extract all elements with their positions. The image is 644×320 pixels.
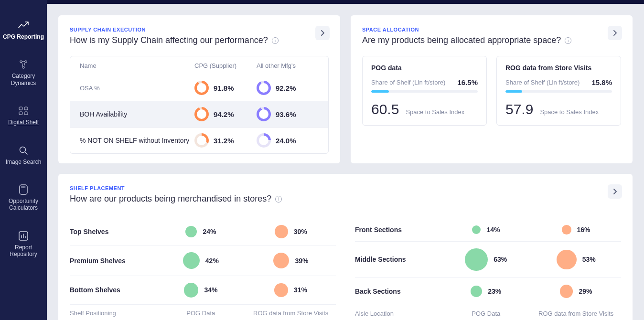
nav-cpg-reporting[interactable]: CPG Reporting xyxy=(0,13,47,46)
table-row[interactable]: OSA % 91.8% 92.2% xyxy=(70,75,328,101)
progress-bar xyxy=(505,90,612,93)
title-text: How are our products being merchandised … xyxy=(70,194,271,204)
bubble-icon xyxy=(560,285,573,298)
other-value: 92.2% xyxy=(257,81,319,95)
pog-bubble-cell: 23% xyxy=(441,286,531,297)
bubble-icon xyxy=(465,248,488,271)
chevron-right-icon xyxy=(321,30,324,36)
report-icon xyxy=(19,230,28,242)
device-icon xyxy=(19,183,28,196)
rog-bubble-cell: 29% xyxy=(531,285,622,298)
progress-fill xyxy=(505,90,522,93)
title-text: How is my Supply Chain affecting our per… xyxy=(70,35,268,45)
row-name: BOH Availability xyxy=(80,110,194,118)
nav-report-repository[interactable]: Report Repository xyxy=(0,224,47,264)
shelf-row-name: Front Sections xyxy=(355,226,441,234)
share-of-shelf-row: Share of Shelf (Lin ft/store) 15.8% xyxy=(505,78,612,86)
table-row[interactable]: % NOT ON SHELF without Inventory 31.2% 2… xyxy=(70,127,328,153)
pog-bubble-cell: 34% xyxy=(156,283,246,297)
info-icon[interactable]: i xyxy=(565,37,571,44)
card-space-allocation: SPACE ALLOCATION Are my products being a… xyxy=(351,15,633,163)
ring-chart-icon xyxy=(194,81,209,95)
bubble-icon xyxy=(185,226,197,237)
chevron-right-icon xyxy=(613,30,617,36)
title-text: Are my products being allocated appropri… xyxy=(362,35,561,45)
shelf-row-name: Middle Sections xyxy=(355,256,441,263)
pog-bubble-cell: 14% xyxy=(441,225,531,234)
bubble-icon xyxy=(471,286,482,297)
bubble-icon xyxy=(183,252,200,269)
ring-chart-icon xyxy=(194,107,209,121)
cpg-value: 31.2% xyxy=(194,133,257,148)
nav-category-dynamics[interactable]: Category Dynamics xyxy=(0,53,47,92)
chevron-right-icon xyxy=(613,189,617,194)
cpg-value: 94.2% xyxy=(194,107,257,121)
row-name: % NOT ON SHELF without Inventory xyxy=(80,137,194,144)
expand-button[interactable] xyxy=(608,26,622,40)
shelf-row-name: Top Shelves xyxy=(70,228,156,235)
space-to-sales-index: 60.5 Space to Sales Index xyxy=(371,101,478,117)
pog-card: POG data Share of Shelf (Lin ft/store) 1… xyxy=(362,56,487,126)
content: SUPPLY CHAIN EXECUTION How is my Supply … xyxy=(47,4,644,320)
trend-icon xyxy=(18,19,29,32)
rog-bubble-cell: 39% xyxy=(246,253,336,268)
pog-bubble-cell: 42% xyxy=(156,252,246,269)
bubble-icon xyxy=(275,225,288,238)
ring-chart-icon xyxy=(257,107,271,121)
rog-bubble-cell: 16% xyxy=(531,225,622,235)
grid-icon xyxy=(19,105,28,117)
shelf-row: Middle Sections 63% 53% xyxy=(355,242,621,278)
ring-chart-icon xyxy=(257,81,271,95)
svg-rect-9 xyxy=(21,186,25,188)
shelf-row: Bottom Shelves 34% 31% xyxy=(70,276,336,304)
progress-bar xyxy=(371,90,478,93)
card-supply-chain: SUPPLY CHAIN EXECUTION How is my Supply … xyxy=(58,15,340,163)
overline: SPACE ALLOCATION xyxy=(362,27,621,32)
pog-card-title: ROG data from Store Visits xyxy=(505,64,612,72)
shelf-row: Front Sections 14% 16% xyxy=(355,218,621,242)
card-shelf-placement: SHELF PLACEMENT How are our products bei… xyxy=(58,174,633,320)
pog-bubble-cell: 63% xyxy=(441,248,531,271)
search-icon xyxy=(19,144,28,157)
bubble-icon xyxy=(557,250,577,270)
sidebar: CPG Reporting Category Dynamics Digital … xyxy=(0,0,47,320)
table-row[interactable]: BOH Availability 94.2% 93.6% xyxy=(70,101,328,127)
svg-rect-5 xyxy=(19,112,22,115)
rog-bubble-cell: 30% xyxy=(246,225,336,238)
info-icon[interactable]: i xyxy=(272,37,279,44)
pog-bubble-cell: 24% xyxy=(156,226,246,237)
top-bar xyxy=(47,0,644,4)
pog-card-title: POG data xyxy=(371,64,478,72)
nodes-icon xyxy=(18,58,29,71)
other-value: 93.6% xyxy=(257,107,319,121)
rog-bubble-cell: 31% xyxy=(246,283,336,297)
svg-rect-3 xyxy=(19,107,22,110)
svg-rect-6 xyxy=(24,112,28,115)
card-title: Are my products being allocated appropri… xyxy=(362,35,621,45)
shelf-row-name: Bottom Shelves xyxy=(70,286,156,294)
shelf-row: Top Shelves 24% 30% xyxy=(70,218,336,245)
expand-button[interactable] xyxy=(608,184,622,199)
other-value: 24.0% xyxy=(257,133,319,148)
aisle-location-column: Front Sections 14% 16% Middle Sections 6… xyxy=(355,218,621,317)
table-header: Name CPG (Supplier) All other Mfg's xyxy=(70,56,328,75)
cpg-value: 91.8% xyxy=(194,81,257,95)
shelf-row-name: Back Sections xyxy=(355,288,441,295)
card-title: How is my Supply Chain affecting our per… xyxy=(70,35,329,45)
nav-image-search[interactable]: Image Search xyxy=(0,139,47,171)
bubble-icon xyxy=(273,253,289,268)
svg-point-2 xyxy=(22,66,24,68)
overline: SHELF PLACEMENT xyxy=(70,185,621,191)
row-name: OSA % xyxy=(80,85,194,92)
expand-button[interactable] xyxy=(315,26,330,40)
svg-rect-4 xyxy=(24,107,28,110)
ring-chart-icon xyxy=(257,133,271,148)
nav-opportunity-calculators[interactable]: Opportunity Calculators xyxy=(0,178,47,217)
share-of-shelf-row: Share of Shelf (Lin ft/store) 16.5% xyxy=(371,78,478,86)
rog-bubble-cell: 53% xyxy=(531,250,622,270)
shelf-row: Premium Shelves 42% 39% xyxy=(70,245,336,276)
shelf-row-name: Premium Shelves xyxy=(70,257,156,265)
nav-digital-shelf[interactable]: Digital Shelf xyxy=(0,99,47,131)
info-icon[interactable]: i xyxy=(275,196,282,203)
card-title: How are our products being merchandised … xyxy=(70,194,621,204)
